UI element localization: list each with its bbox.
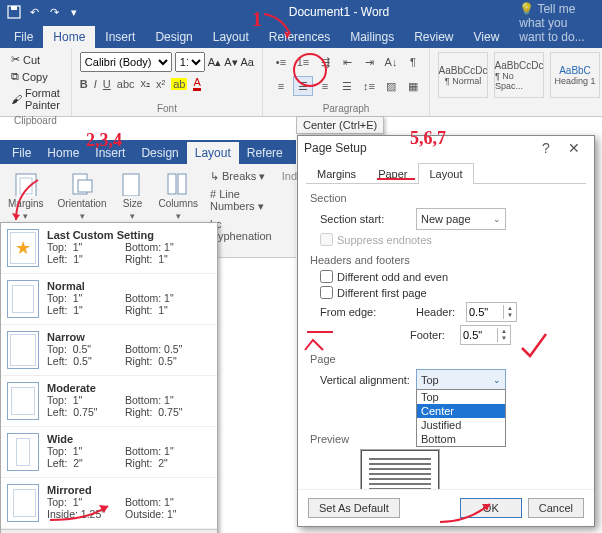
diff-odd-even-check[interactable]	[320, 270, 333, 283]
ribbon-tabs: File Home Insert Design Layout Reference…	[0, 24, 602, 48]
align-left-icon[interactable]: ≡	[271, 76, 291, 96]
app2-tab-file[interactable]: File	[4, 142, 39, 164]
decrease-indent-icon[interactable]: ⇤	[337, 52, 357, 72]
va-option-bottom[interactable]: Bottom	[417, 432, 505, 446]
dialog-tabs: Margins Paper Layout	[306, 162, 586, 184]
quick-access-toolbar: ↶ ↷ ▾	[6, 4, 82, 20]
breaks-button[interactable]: ↳ Breaks ▾	[210, 170, 272, 183]
va-option-top[interactable]: Top	[417, 390, 505, 404]
style-normal[interactable]: AaBbCcDc¶ Normal	[438, 52, 488, 98]
ribbon: ✂ Cut ⧉ Copy 🖌 Format Painter Clipboard …	[0, 48, 602, 117]
subscript-button[interactable]: x₂	[141, 77, 151, 90]
margin-option-mirrored[interactable]: Mirrored Top: 1"Bottom: 1"Inside: 1.25"O…	[1, 478, 217, 529]
margins-button[interactable]: Margins▾	[6, 170, 46, 223]
shading-icon[interactable]: ▨	[381, 76, 401, 96]
va-option-center[interactable]: Center	[417, 404, 505, 418]
copy-button[interactable]: ⧉ Copy	[8, 69, 51, 84]
borders-icon[interactable]: ▦	[403, 76, 423, 96]
close-icon[interactable]: ✕	[560, 140, 588, 156]
footer-spinner[interactable]: ▲▼	[460, 325, 511, 345]
tab-layout[interactable]: Layout	[203, 26, 259, 48]
tab-file[interactable]: File	[4, 26, 43, 48]
increase-indent-icon[interactable]: ⇥	[359, 52, 379, 72]
ok-button[interactable]: OK	[460, 498, 522, 518]
tab-home[interactable]: Home	[43, 26, 95, 48]
app2-tab-references[interactable]: Refere	[239, 142, 291, 164]
help-icon[interactable]: ?	[532, 140, 560, 156]
margins-dropdown: ★ Last Custom Setting Top: 1"Bottom: 1"L…	[0, 222, 218, 533]
tab-design[interactable]: Design	[145, 26, 202, 48]
increase-font-icon[interactable]: A▴	[208, 56, 221, 69]
save-icon[interactable]	[6, 4, 22, 20]
dlg-tab-paper[interactable]: Paper	[367, 163, 418, 184]
orientation-button[interactable]: Orientation▾	[56, 170, 109, 223]
app2-tab-layout[interactable]: Layout	[187, 142, 239, 164]
undo-icon[interactable]: ↶	[26, 4, 42, 20]
margin-option-last[interactable]: ★ Last Custom Setting Top: 1"Bottom: 1"L…	[1, 223, 217, 274]
style-heading1[interactable]: AaBbCHeading 1	[550, 52, 600, 98]
font-size-combo[interactable]: 11	[175, 52, 205, 72]
tab-mailings[interactable]: Mailings	[340, 26, 404, 48]
set-default-button[interactable]: Set As Default	[308, 498, 400, 518]
section-start-label: Section start:	[320, 213, 410, 225]
strike-button[interactable]: abc	[117, 78, 135, 90]
bold-button[interactable]: B	[80, 78, 88, 90]
cancel-button[interactable]: Cancel	[528, 498, 584, 518]
change-case-icon[interactable]: Aa	[241, 56, 254, 68]
superscript-button[interactable]: x²	[156, 78, 165, 90]
tab-review[interactable]: Review	[404, 26, 463, 48]
section-start-select[interactable]: New page⌄	[416, 208, 506, 230]
tell-me[interactable]: 💡 Tell me what you want to do...	[509, 0, 602, 48]
dialog-titlebar: Page Setup ? ✕	[298, 136, 594, 160]
show-marks-icon[interactable]: ¶	[403, 52, 423, 72]
from-edge-label: From edge:	[320, 306, 410, 318]
columns-button[interactable]: Columns▾	[157, 170, 200, 223]
suppress-endnotes-check	[320, 233, 333, 246]
multilevel-icon[interactable]: ⇶	[315, 52, 335, 72]
dlg-tab-layout[interactable]: Layout	[418, 163, 473, 184]
tab-view[interactable]: View	[464, 26, 510, 48]
dialog-footer: Set As Default OK Cancel	[298, 489, 594, 526]
margin-option-moderate[interactable]: Moderate Top: 1"Bottom: 1"Left: 0.75"Rig…	[1, 376, 217, 427]
app2-tab-insert[interactable]: Insert	[87, 142, 133, 164]
numbering-icon[interactable]: 1≡	[293, 52, 313, 72]
decrease-font-icon[interactable]: A▾	[224, 56, 237, 69]
custom-margins-button[interactable]: Custom Margins...	[1, 529, 217, 533]
margin-option-narrow[interactable]: Narrow Top: 0.5"Bottom: 0.5"Left: 0.5"Ri…	[1, 325, 217, 376]
cut-button[interactable]: ✂ Cut	[8, 52, 43, 67]
app2-ribbon-tabs: File Home Insert Design Layout Refere	[0, 140, 296, 164]
font-color-button[interactable]: A	[193, 76, 200, 91]
align-right-icon[interactable]: ≡	[315, 76, 335, 96]
size-button[interactable]: Size▾	[119, 170, 147, 223]
sort-icon[interactable]: A↓	[381, 52, 401, 72]
style-no-spacing[interactable]: AaBbCcDc¶ No Spac...	[494, 52, 544, 98]
hyphenation-button[interactable]: bc Hyphenation ▾	[210, 218, 272, 255]
vertical-align-label: Vertical alignment:	[320, 374, 410, 386]
va-option-justified[interactable]: Justified	[417, 418, 505, 432]
tab-insert[interactable]: Insert	[95, 26, 145, 48]
header-spinner[interactable]: ▲▼	[466, 302, 517, 322]
line-numbers-button[interactable]: # Line Numbers ▾	[210, 188, 272, 213]
justify-icon[interactable]: ☰	[337, 76, 357, 96]
diff-first-label: Different first page	[337, 287, 427, 299]
app2-tab-design[interactable]: Design	[133, 142, 186, 164]
bullets-icon[interactable]: •≡	[271, 52, 291, 72]
dlg-tab-margins[interactable]: Margins	[306, 163, 367, 184]
qat-dropdown-icon[interactable]: ▾	[66, 4, 82, 20]
tab-references[interactable]: References	[259, 26, 340, 48]
vertical-align-select[interactable]: Top⌄	[416, 369, 506, 391]
margin-normal-icon	[7, 280, 39, 318]
font-name-combo[interactable]: Calibri (Body)	[80, 52, 172, 72]
app2-tab-home[interactable]: Home	[39, 142, 87, 164]
format-painter-button[interactable]: 🖌 Format Painter	[8, 86, 63, 112]
highlight-button[interactable]: ab	[171, 78, 187, 90]
diff-first-check[interactable]	[320, 286, 333, 299]
paragraph-label: Paragraph	[271, 103, 421, 114]
line-spacing-icon[interactable]: ↕≡	[359, 76, 379, 96]
margin-option-normal[interactable]: Normal Top: 1"Bottom: 1"Left: 1"Right: 1…	[1, 274, 217, 325]
italic-button[interactable]: I	[94, 78, 97, 90]
margin-option-wide[interactable]: Wide Top: 1"Bottom: 1"Left: 2"Right: 2"	[1, 427, 217, 478]
redo-icon[interactable]: ↷	[46, 4, 62, 20]
underline-button[interactable]: U	[103, 78, 111, 90]
align-center-icon[interactable]: ☰	[293, 76, 313, 96]
